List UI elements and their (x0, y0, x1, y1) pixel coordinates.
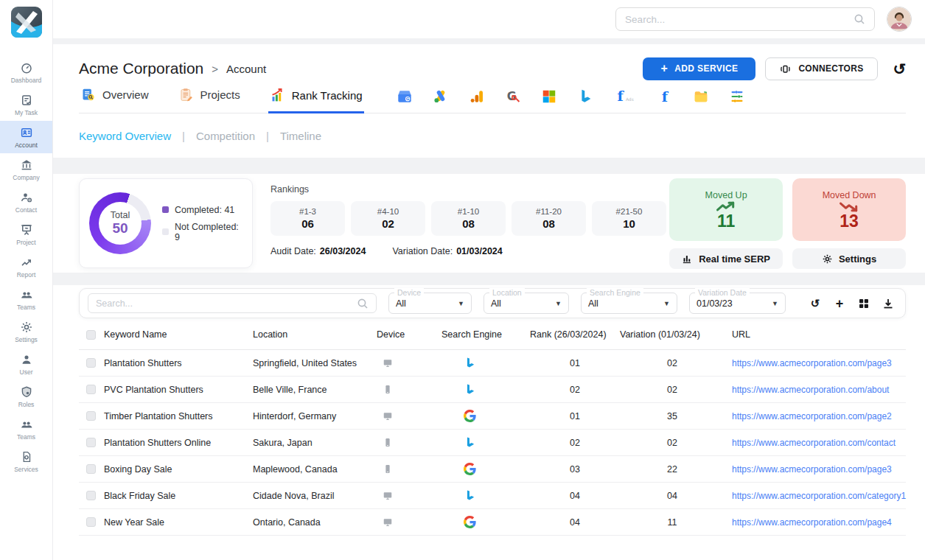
content: Acme Corporation > Account + ADD SERVICE (53, 44, 925, 560)
row-checkbox[interactable] (86, 358, 96, 368)
keyword-search[interactable] (88, 293, 377, 313)
keyword-search-input[interactable] (96, 298, 357, 309)
donut-total-value: 50 (112, 220, 128, 237)
sidebar-item-company[interactable]: Company (0, 153, 52, 186)
gauge-icon (20, 61, 33, 74)
ranking-bucket--1-3[interactable]: #1-3 06 (270, 201, 345, 236)
ranking-bucket--11-20[interactable]: #11-20 08 (512, 201, 586, 236)
sidebar-item-contact[interactable]: Contact (0, 186, 52, 218)
app-logo[interactable] (10, 6, 43, 38)
donut-total-label: Total (111, 210, 130, 220)
subtabs: Keyword Overview|Competition|Timeline (79, 128, 906, 143)
sidebar-item-user[interactable]: User (0, 348, 52, 380)
column-location: Location (253, 329, 377, 340)
search-icon[interactable] (854, 13, 865, 25)
table-row[interactable]: New Year Sale Ontario, Canada 04 11 http… (79, 509, 906, 536)
google-analytics-icon[interactable] (469, 88, 485, 105)
url-link[interactable]: https://www.acmecorporation.com/page2 (732, 411, 892, 421)
google-search-console-icon[interactable]: G (505, 88, 521, 105)
search-engine-select[interactable]: Search Engine All ▼ (581, 293, 677, 314)
url-link[interactable]: https://www.acmecorporation.com/page4 (732, 517, 892, 528)
search-icon[interactable] (357, 298, 369, 309)
desktop-icon (383, 490, 393, 501)
row-checkbox[interactable] (86, 464, 96, 474)
subtab-competition[interactable]: Competition (196, 130, 255, 142)
sidebar-item-roles[interactable]: Roles (0, 380, 52, 413)
connectors-button[interactable]: CONNECTORS (765, 57, 877, 80)
url-link[interactable]: https://www.acmecorporation.com/category… (732, 491, 906, 501)
add-icon[interactable]: + (834, 298, 845, 309)
real-time-serp-button[interactable]: Real time SERP (669, 248, 783, 269)
variation-cell: 04 (620, 491, 725, 501)
sidebar-item-project[interactable]: Project (0, 218, 52, 251)
row-checkbox[interactable] (86, 411, 96, 421)
location-cell: Maplewood, Canada (253, 464, 377, 475)
global-search[interactable] (615, 7, 875, 31)
sidebar-item-report[interactable]: Report (0, 251, 52, 283)
device-select[interactable]: Device All ▼ (388, 293, 472, 314)
moved-down-card: Moved Down 13 (792, 178, 906, 241)
tab-rank-tracking[interactable]: Rank Tracking (268, 88, 364, 113)
table-row[interactable]: Plantation Shutters Springfield, United … (79, 350, 906, 377)
url-link[interactable]: https://www.acmecorporation.com/about (732, 385, 889, 395)
variation-cell: 02 (620, 385, 725, 395)
row-checkbox[interactable] (86, 385, 96, 394)
sidebar-item-settings[interactable]: Settings (0, 315, 52, 348)
url-link[interactable]: https://www.acmecorporation.com/contact (732, 438, 896, 448)
grid-view-icon[interactable] (858, 298, 870, 309)
table-row[interactable]: Plantation Shutters Online Sakura, Japan… (79, 430, 906, 456)
bing-icon (464, 489, 476, 502)
facebook-ads-icon[interactable]: fAds (613, 88, 637, 105)
folder-icon[interactable] (693, 88, 709, 105)
subtab-keyword-overview[interactable]: Keyword Overview (79, 130, 171, 142)
google-ads-icon[interactable] (433, 88, 449, 105)
user-avatar[interactable] (887, 7, 912, 32)
variation-date-select-label: Variation Date (695, 288, 750, 297)
table-row[interactable]: Timber Plantation Shutters Hinterdorf, G… (79, 403, 906, 430)
settings-button-label: Settings (839, 253, 876, 265)
main-area: Acme Corporation > Account + ADD SERVICE (53, 0, 925, 560)
subtab-timeline[interactable]: Timeline (280, 130, 321, 142)
table-row[interactable]: PVC Plantation Shutters Belle Ville, Fra… (79, 377, 906, 403)
url-link[interactable]: https://www.acmecorporation.com/page3 (732, 358, 892, 368)
ranking-bucket--21-50[interactable]: #21-50 10 (592, 201, 666, 236)
google-my-business-icon[interactable]: G (397, 88, 413, 105)
add-service-button[interactable]: + ADD SERVICE (643, 57, 755, 80)
device-select-value: All (396, 298, 406, 309)
task-list-icon (20, 94, 33, 107)
refresh-icon[interactable]: ↺ (809, 298, 821, 309)
download-icon[interactable] (882, 298, 894, 309)
mobile-icon (383, 384, 393, 395)
breadcrumb-parent[interactable]: Acme Corporation (79, 60, 203, 77)
sidebar-item-my-task[interactable]: My Task (0, 88, 52, 121)
microsoft-icon[interactable] (541, 88, 557, 105)
tab-projects[interactable]: Projects (177, 87, 242, 113)
settings-button[interactable]: Settings (792, 248, 906, 269)
sidebar-item-teams[interactable]: Teams (0, 413, 52, 445)
audit-date-value: 26/03/2024 (320, 246, 366, 256)
sidebar-item-dashboard[interactable]: Dashboard (0, 56, 52, 88)
table-row[interactable]: Black Friday Sale Cidade Nova, Brazil 04… (79, 483, 906, 509)
tab-overview[interactable]: Overview (79, 87, 150, 113)
bing-icon[interactable] (577, 88, 593, 105)
ranking-bucket--4-10[interactable]: #4-10 02 (351, 201, 425, 236)
sidebar-item-account[interactable]: Account (0, 121, 52, 153)
url-link[interactable]: https://www.acmecorporation.com/page3 (732, 464, 892, 475)
sidebar-item-teams[interactable]: Teams (0, 283, 52, 315)
facebook-icon[interactable]: f (657, 88, 673, 105)
row-checkbox[interactable] (86, 438, 96, 447)
variation-date-select[interactable]: Variation Date 01/03/23 ▼ (689, 293, 786, 314)
refresh-icon[interactable]: ↺ (893, 61, 907, 77)
row-checkbox[interactable] (86, 491, 96, 500)
select-all-checkbox[interactable] (86, 330, 96, 340)
column-variation: Variation (01/03/24) (620, 329, 725, 340)
sidebar-item-services[interactable]: Services (0, 445, 52, 477)
global-search-input[interactable] (625, 14, 854, 25)
row-checkbox[interactable] (86, 517, 96, 527)
location-select[interactable]: Location All ▼ (484, 293, 569, 314)
chevron-down-icon: ▼ (772, 300, 778, 307)
table-row[interactable]: Boxing Day Sale Maplewood, Canada 03 22 … (79, 456, 906, 483)
trend-chart-icon (20, 256, 33, 269)
filter-list-icon[interactable] (729, 88, 745, 105)
ranking-bucket--1-10[interactable]: #1-10 08 (431, 201, 506, 236)
